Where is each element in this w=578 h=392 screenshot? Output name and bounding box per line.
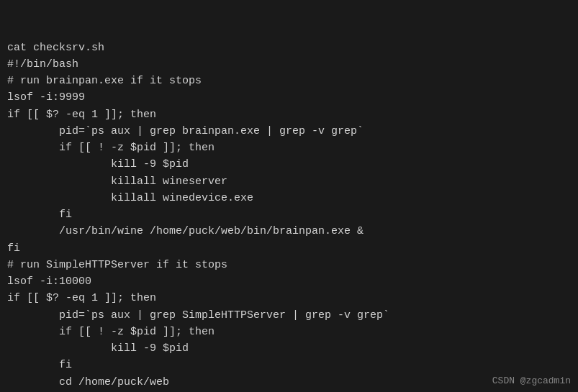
code-line: pid=`ps aux | grep SimpleHTTPServer | gr… (7, 307, 571, 324)
code-line: cd /home/puck/web (7, 374, 571, 391)
code-line: # run brainpan.exe if it stops (7, 73, 571, 89)
code-line: #!/bin/bash (7, 56, 571, 73)
code-line: killall wineserver (7, 173, 571, 190)
code-line: kill -9 $pid (7, 340, 571, 357)
code-line: cat checksrv.sh (7, 40, 571, 56)
code-line: lsof -i:10000 (7, 273, 571, 290)
code-line: /usr/bin/wine /home/puck/web/bin/brainpa… (7, 223, 571, 240)
code-line: if [[ ! -z $pid ]]; then (7, 140, 571, 156)
code-line: fi (7, 357, 571, 373)
code-line: if [[ ! -z $pid ]]; then (7, 324, 571, 340)
code-line: killall winedevice.exe (7, 190, 571, 206)
code-line: if [[ $? -eq 1 ]]; then (7, 106, 571, 123)
code-content: cat checksrv.sh#!/bin/bash# run brainpan… (7, 6, 571, 392)
code-line: fi (7, 206, 571, 223)
code-line: pid=`ps aux | grep brainpan.exe | grep -… (7, 123, 571, 140)
terminal: cat checksrv.sh#!/bin/bash# run brainpan… (0, 0, 578, 392)
code-line: kill -9 $pid (7, 156, 571, 173)
code-line: # run SimpleHTTPServer if it stops (7, 257, 571, 273)
code-line: if [[ $? -eq 1 ]]; then (7, 290, 571, 306)
code-line: fi (7, 240, 571, 257)
code-line: lsof -i:9999 (7, 89, 571, 106)
watermark: CSDN @zgcadmin (492, 375, 571, 386)
